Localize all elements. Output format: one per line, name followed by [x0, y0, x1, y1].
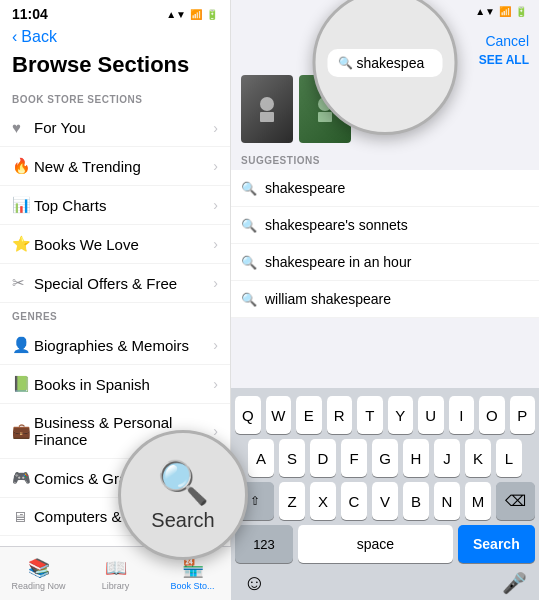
page-title: Browse Sections: [0, 50, 230, 86]
chevron-icon: ›: [213, 236, 218, 252]
key-r[interactable]: R: [327, 396, 353, 434]
gamepad-icon: 🎮: [12, 469, 34, 487]
key-v[interactable]: V: [372, 482, 398, 520]
key-u[interactable]: U: [418, 396, 444, 434]
cancel-button[interactable]: Cancel: [485, 33, 529, 49]
tab-library[interactable]: 📖 Library: [77, 547, 154, 600]
fire-icon: 🔥: [12, 157, 34, 175]
key-numbers[interactable]: 123: [235, 525, 293, 563]
computer-icon: 🖥: [12, 508, 34, 525]
book-cover-image-1: [241, 75, 293, 143]
key-space[interactable]: space: [298, 525, 453, 563]
status-time: 11:04: [12, 6, 48, 22]
wifi-icon: 📶: [190, 9, 202, 20]
keyboard: Q W E R T Y U I O P A S D F G H J K L ⇧ …: [231, 388, 539, 600]
tab-reading-now-label: Reading Now: [11, 581, 65, 591]
book-icon: 📗: [12, 375, 34, 393]
search-big-icon: 🔍: [157, 458, 209, 507]
menu-item-new-trending[interactable]: 🔥 New & Trending ›: [0, 147, 230, 186]
key-z[interactable]: Z: [279, 482, 305, 520]
back-chevron-icon: ‹: [12, 28, 17, 46]
chevron-icon: ›: [213, 197, 218, 213]
key-e[interactable]: E: [296, 396, 322, 434]
search-input-value: shakespea: [357, 55, 425, 71]
key-y[interactable]: Y: [388, 396, 414, 434]
signal-icon: ▲▼: [166, 9, 186, 20]
heart-icon: ♥: [12, 119, 34, 136]
magnifier-overlay: 🔍 Search: [118, 430, 248, 560]
chevron-icon: ›: [213, 376, 218, 392]
library-icon: 📖: [105, 557, 127, 579]
menu-item-top-charts[interactable]: 📊 Top Charts ›: [0, 186, 230, 225]
key-x[interactable]: X: [310, 482, 336, 520]
right-battery-icon: 🔋: [515, 6, 527, 17]
suggestion-search-icon-2: 🔍: [241, 255, 257, 270]
right-panel: ▲▼ 📶 🔋 Cancel SEE ALL: [231, 0, 539, 600]
mic-button[interactable]: 🎤: [502, 571, 527, 595]
key-w[interactable]: W: [266, 396, 292, 434]
key-f[interactable]: F: [341, 439, 367, 477]
key-a[interactable]: A: [248, 439, 274, 477]
left-panel: 11:04 ▲▼ 📶 🔋 ‹ Back Browse Sections BOOK…: [0, 0, 231, 600]
briefcase-icon: 💼: [12, 422, 34, 440]
books-spanish-label: Books in Spanish: [34, 376, 213, 393]
key-i[interactable]: I: [449, 396, 475, 434]
menu-item-for-you[interactable]: ♥ For You ›: [0, 109, 230, 147]
key-p[interactable]: P: [510, 396, 536, 434]
battery-icon: 🔋: [206, 9, 218, 20]
biographies-label: Biographies & Memoirs: [34, 337, 213, 354]
key-o[interactable]: O: [479, 396, 505, 434]
keyboard-row-3: ⇧ Z X C V B N M ⌫: [235, 482, 535, 520]
key-t[interactable]: T: [357, 396, 383, 434]
keyboard-bottom-row: ☺ 🎤: [235, 568, 535, 596]
key-h[interactable]: H: [403, 439, 429, 477]
chart-icon: 📊: [12, 196, 34, 214]
svg-rect-3: [318, 112, 332, 122]
special-offers-label: Special Offers & Free: [34, 275, 213, 292]
key-n[interactable]: N: [434, 482, 460, 520]
key-q[interactable]: Q: [235, 396, 261, 434]
right-wifi-icon: 📶: [499, 6, 511, 17]
for-you-label: For You: [34, 119, 213, 136]
chevron-icon: ›: [213, 423, 218, 439]
svg-point-0: [260, 97, 274, 111]
key-g[interactable]: G: [372, 439, 398, 477]
tab-book-store-label: Book Sto...: [170, 581, 214, 591]
chevron-icon: ›: [213, 337, 218, 353]
key-k[interactable]: K: [465, 439, 491, 477]
emoji-button[interactable]: ☺: [243, 570, 265, 596]
suggestion-text-1: shakespeare's sonnets: [265, 217, 408, 233]
key-j[interactable]: J: [434, 439, 460, 477]
key-d[interactable]: D: [310, 439, 336, 477]
key-search[interactable]: Search: [458, 525, 535, 563]
suggestion-text-0: shakespeare: [265, 180, 345, 196]
menu-item-books-we-love[interactable]: ⭐ Books We Love ›: [0, 225, 230, 264]
key-m[interactable]: M: [465, 482, 491, 520]
search-bar[interactable]: 🔍 shakespea: [328, 49, 443, 77]
person-icon: 👤: [12, 336, 34, 354]
suggestion-search-icon-0: 🔍: [241, 181, 257, 196]
suggestion-item-1[interactable]: 🔍 shakespeare's sonnets: [231, 207, 539, 244]
suggestions-label: SUGGESTIONS: [231, 147, 539, 170]
genres-label: GENRES: [0, 303, 230, 326]
back-button[interactable]: ‹ Back: [0, 26, 230, 50]
search-icon: 🔍: [338, 56, 353, 70]
suggestion-text-3: william shakespeare: [265, 291, 391, 307]
suggestion-item-3[interactable]: 🔍 william shakespeare: [231, 281, 539, 318]
suggestion-item-0[interactable]: 🔍 shakespeare: [231, 170, 539, 207]
suggestion-text-2: shakespeare in an hour: [265, 254, 411, 270]
key-delete[interactable]: ⌫: [496, 482, 535, 520]
menu-item-books-spanish[interactable]: 📗 Books in Spanish ›: [0, 365, 230, 404]
right-status-icons: ▲▼ 📶 🔋: [475, 6, 527, 17]
key-c[interactable]: C: [341, 482, 367, 520]
suggestion-item-2[interactable]: 🔍 shakespeare in an hour: [231, 244, 539, 281]
key-s[interactable]: S: [279, 439, 305, 477]
right-signal-icon: ▲▼: [475, 6, 495, 17]
menu-item-special-offers[interactable]: ✂ Special Offers & Free ›: [0, 264, 230, 303]
tab-reading-now[interactable]: 📚 Reading Now: [0, 547, 77, 600]
book-cover-1[interactable]: [241, 75, 293, 143]
see-all-button[interactable]: SEE ALL: [479, 53, 529, 67]
key-l[interactable]: L: [496, 439, 522, 477]
menu-item-biographies[interactable]: 👤 Biographies & Memoirs ›: [0, 326, 230, 365]
key-b[interactable]: B: [403, 482, 429, 520]
